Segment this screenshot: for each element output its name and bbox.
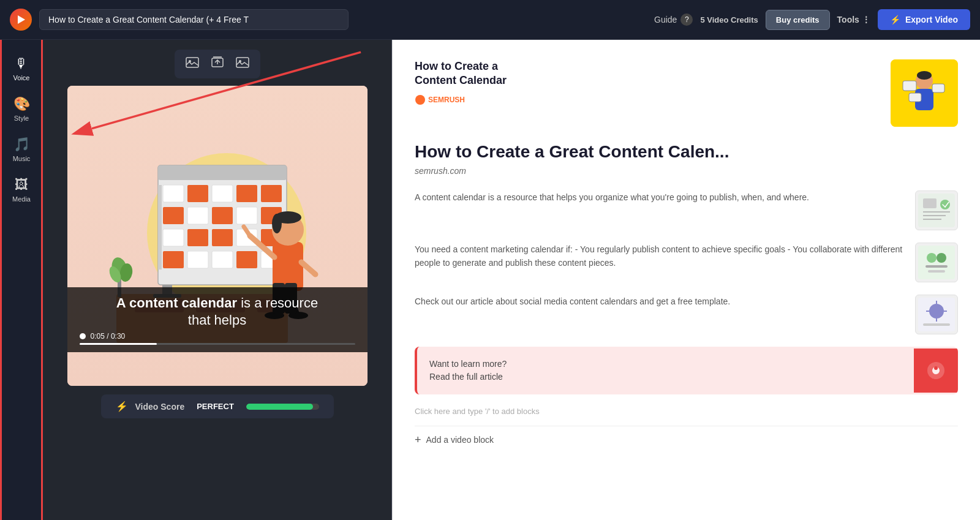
thumb-svg-1 [918,194,955,227]
svg-point-74 [927,253,937,263]
export-label: Export Video [905,15,958,24]
guide-button[interactable]: Guide ? [654,13,693,26]
sidebar: 🎙 Voice 🎨 Style 🎵 Music 🖼 Media [0,40,43,520]
svg-point-64 [917,71,932,80]
svg-point-51 [272,214,282,233]
subtitle-text: A content calendar is a resourcethat hel… [80,295,355,330]
svg-rect-33 [187,229,208,246]
svg-rect-62 [932,84,944,92]
tools-label: Tools [837,15,859,24]
svg-rect-66 [923,198,937,208]
article-main-title: How to Create a Great Content Calen... [415,141,958,162]
semrush-svg-logo: SEMRUSH [415,94,470,105]
score-value: PERFECT [197,402,234,411]
svg-rect-76 [925,265,948,268]
cta-text-area: Want to learn more? Read the full articl… [417,347,914,394]
cta-button[interactable] [914,349,958,393]
sidebar-item-voice[interactable]: 🎙 Voice [2,50,41,88]
right-panel: How to Create aContent Calendar SEMRUSH [393,40,980,520]
article-url: semrush.com [415,166,958,176]
svg-rect-29 [212,207,233,224]
svg-rect-73 [918,246,955,279]
svg-rect-65 [918,194,955,227]
score-bar-track [246,404,319,410]
logo-button[interactable] [10,9,32,31]
svg-text:SEMRUSH: SEMRUSH [428,96,465,104]
svg-rect-38 [187,251,208,268]
time-row: 0:05 / 0:30 [80,332,355,341]
thumb-svg-2 [918,246,955,279]
svg-rect-42 [158,185,162,269]
article-header: How to Create aContent Calendar SEMRUSH [415,59,958,127]
content-row-2: You need a content marketing calendar if… [415,243,958,282]
svg-rect-32 [163,229,184,246]
mic-icon: 🎙 [15,56,28,72]
video-content: A content calendar is a resourcethat hel… [67,86,368,386]
buy-credits-button[interactable]: Buy credits [766,10,830,30]
score-bolt-icon: ⚡ [116,401,128,412]
paragraph-3: Check out our article about social media… [415,295,905,308]
svg-point-56 [415,95,425,105]
image-icon: 🖼 [15,177,28,193]
article-small-title: How to Create aContent Calendar [415,59,876,88]
plus-icon: + [415,434,421,447]
cta-block: Want to learn more? Read the full articl… [415,347,958,394]
svg-rect-30 [236,207,257,224]
upload-btn[interactable] [208,53,227,75]
thumb-1 [915,190,958,230]
logo-icon [18,15,25,24]
center-panel: A content calendar is a resourcethat hel… [43,40,392,520]
sidebar-voice-label: Voice [13,74,30,81]
thumb-2 [915,243,958,282]
video-player: A content calendar is a resourcethat hel… [67,86,368,386]
media-library-btn[interactable] [232,55,253,73]
subtitle-bold-text: A content calendar [116,295,237,311]
credits-label: 5 Video Credits [700,15,758,24]
svg-rect-77 [928,270,945,273]
tools-button[interactable]: Tools ⋮ [837,15,870,24]
score-label: Video Score [135,402,185,412]
content-row-1: A content calendar is a resource that he… [415,190,958,230]
svg-rect-22 [163,185,184,202]
video-toolbar [175,50,260,78]
svg-rect-34 [212,229,233,246]
svg-rect-37 [163,251,184,268]
main-layout: 🎙 Voice 🎨 Style 🎵 Music 🖼 Media [0,40,980,520]
export-video-button[interactable]: ⚡ Export Video [878,9,970,30]
app-header: Guide ? 5 Video Credits Buy credits Tool… [0,0,980,40]
subtitle-bar: A content calendar is a resourcethat hel… [67,287,368,352]
svg-rect-40 [236,251,257,268]
svg-rect-23 [187,185,208,202]
project-title-input[interactable] [39,9,349,30]
sidebar-item-music[interactable]: 🎵 Music [2,130,41,168]
svg-rect-26 [261,185,282,202]
svg-rect-27 [163,207,184,224]
svg-rect-61 [903,81,916,91]
add-video-block-button[interactable]: + Add a video block [415,426,958,454]
sidebar-music-label: Music [13,155,31,162]
image-upload-btn[interactable] [182,55,203,73]
thumb-svg-3 [918,298,955,331]
bolt-icon: ⚡ [890,15,900,24]
progress-track[interactable] [80,343,355,345]
music-icon: 🎵 [13,137,30,153]
svg-rect-28 [187,207,208,224]
svg-rect-24 [212,185,233,202]
svg-rect-25 [236,185,257,202]
svg-point-75 [937,253,946,263]
svg-rect-21 [158,165,287,180]
svg-point-70 [940,200,950,209]
time-display: 0:05 / 0:30 [91,332,126,341]
sidebar-style-label: Style [14,115,29,122]
play-dot [80,333,86,339]
sidebar-item-media[interactable]: 🖼 Media [2,171,41,209]
paragraph-1: A content calendar is a resource that he… [415,190,905,204]
svg-point-79 [929,304,944,318]
sidebar-item-style[interactable]: 🎨 Style [2,90,41,128]
svg-rect-39 [212,251,233,268]
thumb-3 [915,295,958,334]
content-row-3: Check out our article about social media… [415,295,958,334]
semrush-logo: SEMRUSH [415,94,876,105]
svg-rect-63 [909,93,921,102]
svg-line-48 [301,262,315,274]
